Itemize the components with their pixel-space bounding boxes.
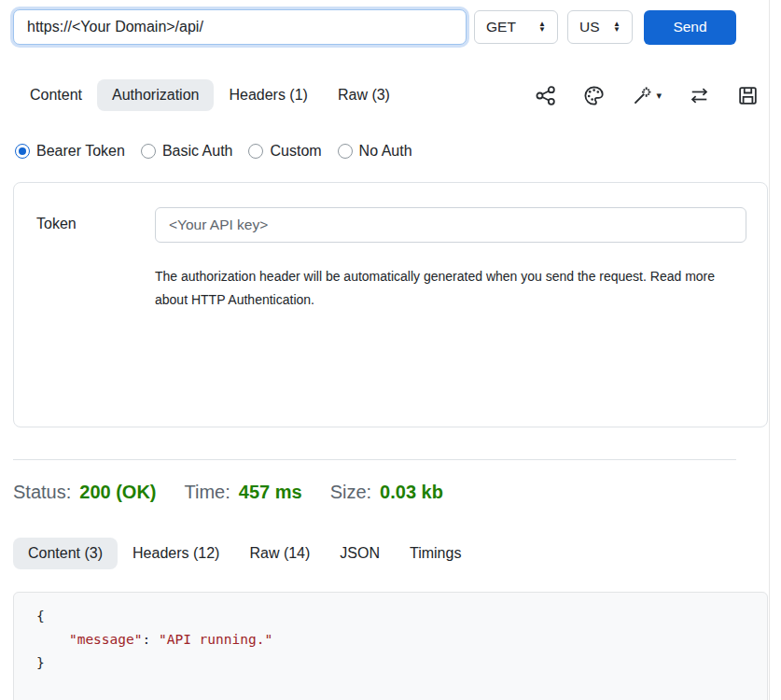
resp-tab-content[interactable]: Content (3) — [13, 538, 118, 569]
response-status-bar: Status: 200 (OK) Time: 457 ms Size: 0.03… — [13, 482, 781, 503]
resp-tab-timings[interactable]: Timings — [395, 538, 476, 569]
response-body[interactable]: { "message": "API running." } — [13, 592, 768, 700]
radio-bearer-token[interactable] — [15, 144, 30, 159]
method-select-value: GET — [486, 19, 516, 35]
code-line: } — [36, 651, 752, 675]
auth-option-label: No Auth — [359, 143, 412, 160]
tab-authorization[interactable]: Authorization — [97, 79, 214, 111]
auth-option-label: Bearer Token — [36, 143, 125, 160]
tab-content[interactable]: Content — [15, 79, 97, 111]
size-label: Size: — [330, 482, 371, 503]
tab-headers[interactable]: Headers (1) — [214, 79, 322, 111]
radio-custom[interactable] — [248, 144, 263, 159]
time-label: Time: — [185, 482, 230, 503]
token-column: The authorization header will be automat… — [155, 207, 746, 312]
location-select-value: US — [579, 19, 600, 35]
content-right-border — [769, 0, 770, 700]
request-tabs: Content Authorization Headers (1) Raw (3… — [15, 79, 768, 111]
section-divider — [13, 459, 736, 460]
status-label: Status: — [13, 482, 71, 503]
token-panel: Token The authorization header will be a… — [13, 182, 768, 427]
location-select[interactable]: US ▲▼ — [567, 10, 633, 44]
auth-option-no-auth[interactable]: No Auth — [338, 143, 412, 160]
resp-tab-raw[interactable]: Raw (14) — [234, 538, 325, 569]
updown-arrows-icon: ▲▼ — [538, 21, 546, 33]
request-bar: GET ▲▼ US ▲▼ Send — [0, 0, 781, 45]
status-value: 200 (OK) — [79, 482, 156, 503]
auth-option-basic-auth[interactable]: Basic Auth — [141, 143, 233, 160]
auth-option-bearer-token[interactable]: Bearer Token — [15, 143, 125, 160]
response-tabs: Content (3) Headers (12) Raw (14) JSON T… — [13, 538, 768, 569]
time-value: 457 ms — [239, 482, 302, 503]
json-key: "message" — [69, 632, 143, 647]
toolbar-icons: ▾ — [535, 85, 768, 106]
token-help-text: The authorization header will be automat… — [155, 265, 729, 312]
tab-raw[interactable]: Raw (3) — [323, 79, 405, 111]
size-value: 0.03 kb — [380, 482, 443, 503]
method-select[interactable]: GET ▲▼ — [474, 10, 558, 44]
radio-no-auth[interactable] — [338, 144, 353, 159]
share-icon[interactable] — [535, 85, 556, 106]
resp-tab-json[interactable]: JSON — [325, 538, 395, 569]
url-input[interactable] — [13, 9, 467, 45]
magic-wand-menu-icon[interactable]: ▾ — [632, 85, 662, 106]
resp-tab-headers[interactable]: Headers (12) — [118, 538, 234, 569]
auth-option-custom[interactable]: Custom — [248, 143, 321, 160]
save-icon[interactable] — [737, 85, 759, 106]
token-label: Token — [36, 207, 155, 232]
code-line: { — [36, 605, 752, 628]
token-input[interactable] — [155, 207, 746, 243]
auth-option-label: Custom — [270, 143, 321, 160]
updown-arrows-icon: ▲▼ — [613, 21, 621, 33]
chevron-down-icon: ▾ — [656, 90, 662, 102]
code-line: "message": "API running." — [36, 628, 752, 651]
radio-basic-auth[interactable] — [141, 144, 156, 159]
api-client-page: GET ▲▼ US ▲▼ Send Content Authorization … — [0, 0, 781, 700]
auth-option-label: Basic Auth — [162, 143, 233, 160]
swap-arrows-icon[interactable] — [689, 85, 710, 106]
auth-options: Bearer Token Basic Auth Custom No Auth — [15, 143, 781, 160]
send-button[interactable]: Send — [644, 10, 736, 45]
palette-icon[interactable] — [583, 85, 605, 106]
json-value: "API running." — [159, 632, 272, 647]
